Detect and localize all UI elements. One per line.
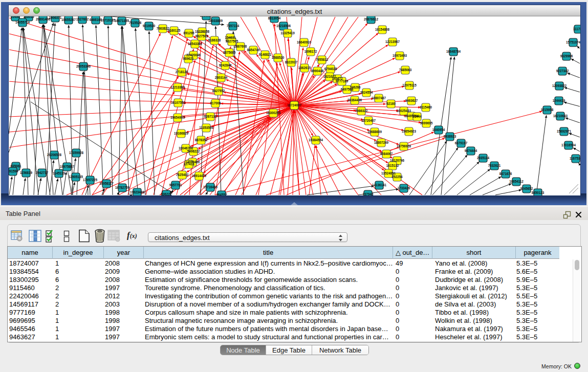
svg-text:1615132: 1615132 [386, 164, 399, 167]
svg-text:8471676: 8471676 [499, 172, 512, 176]
svg-text:1527602: 1527602 [76, 17, 89, 21]
svg-text:391594: 391594 [9, 169, 18, 173]
svg-text:1156819: 1156819 [20, 171, 33, 174]
svg-text:7515526: 7515526 [129, 21, 142, 25]
svg-text:2803144: 2803144 [215, 76, 228, 79]
svg-text:12213967: 12213967 [385, 40, 400, 43]
svg-text:9777169: 9777169 [336, 79, 349, 83]
svg-text:18300295: 18300295 [266, 111, 281, 115]
svg-text:15692971: 15692971 [557, 129, 572, 133]
svg-text:12213369: 12213369 [170, 85, 185, 89]
svg-text:7986322: 7986322 [355, 109, 368, 113]
svg-text:10654112: 10654112 [509, 180, 524, 183]
svg-text:2935114: 2935114 [477, 156, 490, 160]
svg-text:8878352: 8878352 [195, 138, 208, 142]
svg-text:1906371: 1906371 [49, 16, 62, 19]
svg-text:19384554: 19384554 [309, 138, 323, 142]
svg-text:19654905: 19654905 [170, 116, 185, 119]
svg-text:62160: 62160 [386, 102, 396, 105]
svg-text:10655267: 10655267 [61, 18, 76, 21]
svg-text:1362615: 1362615 [298, 66, 311, 70]
svg-text:16543362: 16543362 [188, 42, 203, 46]
svg-text:9242848: 9242848 [219, 63, 232, 67]
svg-text:10688609: 10688609 [367, 130, 382, 134]
svg-text:19756928: 19756928 [397, 144, 411, 148]
svg-text:18807249: 18807249 [374, 141, 389, 144]
svg-text:7955812: 7955812 [316, 58, 329, 61]
svg-text:6497568: 6497568 [341, 87, 354, 91]
svg-text:2718120: 2718120 [176, 70, 188, 74]
svg-text:16640910: 16640910 [297, 40, 312, 44]
svg-text:8186328: 8186328 [208, 38, 221, 42]
svg-text:9115460: 9115460 [420, 105, 432, 109]
svg-text:20691406: 20691406 [36, 17, 51, 21]
svg-text:1588520: 1588520 [272, 56, 285, 59]
svg-text:1866537: 1866537 [200, 16, 213, 17]
svg-text:20206528: 20206528 [47, 153, 62, 157]
svg-text:17016504: 17016504 [561, 143, 576, 147]
svg-text:16210643: 16210643 [553, 114, 568, 118]
svg-text:20498: 20498 [11, 16, 20, 18]
svg-text:16782759: 16782759 [115, 186, 130, 189]
svg-text:737943: 737943 [362, 192, 374, 195]
svg-text:11353594: 11353594 [199, 126, 213, 129]
svg-text:891295: 891295 [183, 31, 194, 35]
svg-text:2867608: 2867608 [234, 45, 247, 48]
svg-text:15716485: 15716485 [203, 185, 218, 189]
svg-text:16120746: 16120746 [390, 159, 405, 162]
svg-text:7357224: 7357224 [227, 24, 239, 28]
svg-text:14055714: 14055714 [15, 20, 30, 24]
svg-text:20876612: 20876612 [364, 17, 379, 21]
svg-text:163015: 163015 [23, 16, 34, 18]
svg-text:836221: 836221 [161, 192, 172, 195]
svg-text:18226058: 18226058 [195, 30, 210, 33]
svg-text:16107552: 16107552 [171, 101, 186, 104]
svg-text:9827503: 9827503 [195, 34, 208, 38]
svg-text:14136141: 14136141 [372, 183, 387, 187]
svg-text:9245652: 9245652 [520, 187, 533, 190]
svg-text:11325419: 11325419 [280, 31, 295, 35]
svg-text:8450123: 8450123 [532, 191, 545, 194]
svg-text:1145119: 1145119 [53, 171, 65, 175]
svg-text:10807487: 10807487 [372, 96, 386, 100]
svg-text:9857791: 9857791 [169, 183, 182, 187]
svg-text:1733426: 1733426 [398, 186, 410, 190]
svg-text:1167534: 1167534 [570, 157, 580, 160]
svg-text:9474444: 9474444 [465, 149, 477, 152]
svg-text:7625402: 7625402 [176, 173, 189, 177]
svg-text:9084067: 9084067 [380, 152, 393, 156]
svg-text:7485063: 7485063 [399, 68, 412, 72]
svg-text:16033809: 16033809 [208, 19, 223, 23]
svg-text:8813054: 8813054 [268, 16, 281, 20]
svg-text:9699695: 9699695 [420, 121, 433, 125]
svg-text:13524851: 13524851 [381, 171, 396, 175]
svg-text:20364436: 20364436 [347, 98, 362, 102]
svg-text:8322037: 8322037 [285, 60, 298, 64]
svg-text:989621: 989621 [183, 57, 194, 60]
svg-text:19654923: 19654923 [402, 129, 417, 133]
svg-text:17359928: 17359928 [69, 151, 84, 155]
svg-text:2942737: 2942737 [36, 171, 49, 174]
svg-text:154631: 154631 [225, 36, 236, 39]
svg-text:8267130: 8267130 [204, 115, 217, 118]
svg-text:12905135: 12905135 [69, 175, 83, 179]
svg-text:9327505: 9327505 [226, 39, 238, 43]
svg-text:22420046: 22420046 [186, 53, 201, 57]
svg-text:16671355: 16671355 [115, 19, 129, 23]
svg-text:127413: 127413 [183, 162, 194, 166]
svg-text:9463627: 9463627 [405, 99, 418, 102]
svg-text:8454749: 8454749 [247, 48, 260, 52]
svg-text:18724007: 18724007 [287, 103, 302, 107]
svg-text:19975867: 19975867 [60, 165, 75, 168]
svg-text:12093822: 12093822 [552, 84, 567, 87]
svg-text:9146821: 9146821 [259, 53, 272, 56]
svg-text:3875685: 3875685 [223, 51, 236, 54]
svg-text:98444: 98444 [412, 115, 422, 118]
svg-text:3215958: 3215958 [541, 108, 554, 112]
svg-text:8938923: 8938923 [444, 135, 456, 138]
svg-text:9160125: 9160125 [168, 29, 181, 32]
svg-text:9329966: 9329966 [560, 54, 573, 58]
svg-text:10973493: 10973493 [393, 54, 407, 57]
svg-text:8990448: 8990448 [311, 69, 324, 73]
svg-text:8427552: 8427552 [212, 89, 225, 93]
